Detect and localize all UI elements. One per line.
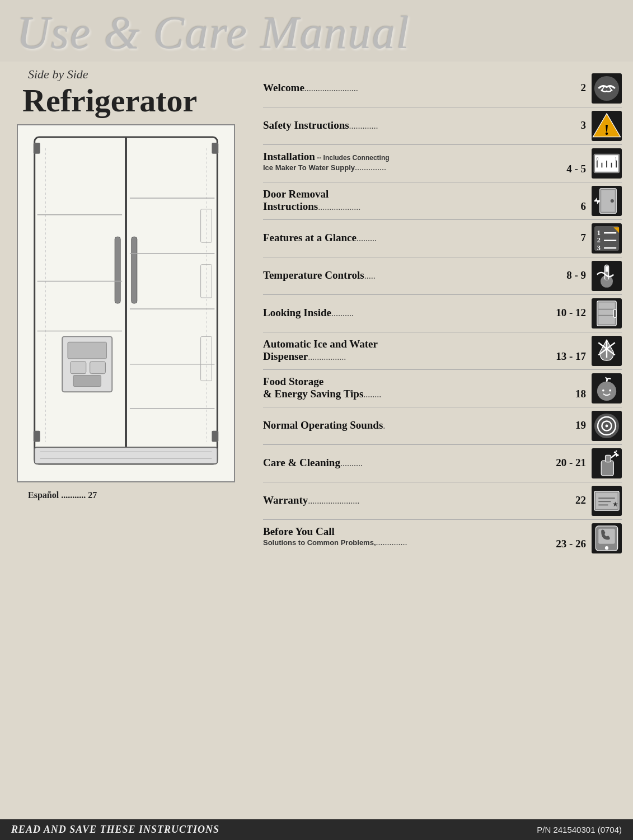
- svg-text:0: 0: [597, 157, 599, 162]
- toc-item-care: Care & Cleaning .......... 20 - 21: [263, 445, 622, 482]
- svg-rect-3: [115, 237, 120, 303]
- warranty-icon: ★: [592, 486, 622, 516]
- toc-page-sounds: 19: [573, 419, 589, 433]
- toc-title-door2: Instructions: [263, 200, 318, 213]
- toc-page-ice: 13 - 17: [554, 350, 589, 364]
- toc-page-installation: 4 - 5: [564, 163, 589, 176]
- welcome-icon: [592, 73, 622, 104]
- toc-page-welcome: 2: [579, 82, 590, 95]
- svg-text:1: 1: [615, 157, 617, 162]
- toc-page-warranty: 22: [573, 494, 589, 508]
- toc-title-food2: & Energy Saving Tips: [263, 388, 363, 400]
- footer-instructions: READ AND SAVE THESE INSTRUCTIONS: [11, 824, 219, 836]
- toc-page-features: 7: [579, 232, 590, 245]
- footer-pn: P/N 241540301 (0704): [537, 825, 622, 834]
- svg-text:2: 2: [597, 236, 601, 244]
- left-column: Side by Side Refrigerator: [11, 67, 252, 814]
- svg-rect-89: [598, 529, 615, 544]
- svg-point-80: [617, 454, 619, 456]
- toc-title-installation: Installation: [263, 151, 315, 163]
- toc-item-warranty: Warranty ....................... 22: [263, 482, 622, 520]
- svg-text:!: !: [604, 121, 609, 138]
- toc-item-installation: Installation -- Includes Connecting Ice …: [263, 145, 622, 182]
- svg-line-78: [611, 454, 616, 458]
- toc-title-safety: Safety Instructions: [263, 119, 349, 132]
- subtitle-main: Refrigerator: [22, 83, 197, 119]
- espanol-label: Español ........... 27: [28, 490, 97, 500]
- toc-title-inside: Looking Inside: [263, 307, 331, 319]
- svg-point-70: [602, 390, 604, 392]
- toc-page-temp: 8 - 9: [564, 269, 589, 283]
- toc-title-ice2: Dispenser: [263, 350, 308, 363]
- toc-sub2-installation: Ice Maker To Water Supply: [263, 163, 355, 172]
- footer-bar: READ AND SAVE THESE INSTRUCTIONS P/N 241…: [0, 819, 633, 840]
- toc-column: Welcome ........................ 2: [263, 67, 622, 814]
- svg-rect-65: [613, 309, 616, 318]
- toc-title-call: Before You Call: [263, 525, 335, 538]
- svg-point-46: [611, 199, 614, 203]
- sounds-icon: [592, 411, 622, 441]
- toc-page-care: 20 - 21: [554, 457, 589, 470]
- svg-rect-7: [212, 143, 218, 154]
- toc-page-call: 23 - 26: [554, 538, 589, 551]
- svg-text:1: 1: [597, 229, 601, 237]
- toc-sub-call: Solutions to Common Problems,: [263, 538, 376, 547]
- toc-page-safety: 3: [579, 119, 590, 133]
- svg-rect-12: [90, 362, 106, 374]
- toc-title-warranty: Warranty: [263, 494, 308, 506]
- toc-item-temp: Temperature Controls ..... 8 - 9: [263, 257, 622, 295]
- safety-icon: !: [592, 111, 622, 141]
- title-area: Use & Care Manual: [0, 0, 633, 62]
- svg-rect-14: [35, 447, 218, 464]
- svg-rect-13: [73, 375, 101, 386]
- toc-item-door: Door Removal Instructions ..............…: [263, 182, 622, 220]
- ice-icon: [592, 336, 622, 366]
- content-area: Side by Side Refrigerator: [0, 62, 633, 814]
- toc-title-ice: Automatic Ice and Water: [263, 338, 378, 350]
- main-title: Use & Care Manual: [17, 10, 616, 56]
- toc-title-door: Door Removal: [263, 188, 329, 200]
- page: Use & Care Manual Side by Side Refrigera…: [0, 0, 633, 840]
- temp-icon: [592, 261, 622, 291]
- inside-icon: [592, 298, 622, 329]
- subtitle-side: Side by Side: [28, 67, 88, 82]
- food-icon: [592, 373, 622, 403]
- svg-point-69: [597, 382, 616, 401]
- toc-item-features: Features at a Glance ......... 7 1 2 3: [263, 220, 622, 257]
- svg-rect-4: [132, 237, 137, 303]
- toc-title-sounds: Normal Operating Sounds: [263, 419, 383, 431]
- toc-title-food: Food Storage: [263, 376, 323, 388]
- door-icon: [592, 186, 622, 216]
- svg-rect-10: [68, 342, 106, 359]
- svg-rect-6: [34, 430, 40, 442]
- toc-page-food: 18: [573, 388, 589, 401]
- care-icon: [592, 448, 622, 478]
- toc-item-welcome: Welcome ........................ 2: [263, 70, 622, 107]
- features-icon: 1 2 3: [592, 223, 622, 254]
- svg-rect-5: [34, 143, 40, 154]
- toc-sub-installation: -- Includes Connecting: [315, 154, 390, 162]
- svg-rect-62: [598, 302, 615, 324]
- toc-page-door: 6: [579, 200, 590, 214]
- toc-title-temp: Temperature Controls: [263, 269, 364, 281]
- toc-item-sounds: Normal Operating Sounds . 19: [263, 407, 622, 445]
- svg-point-90: [605, 546, 608, 550]
- toc-title-welcome: Welcome: [263, 82, 304, 94]
- svg-point-81: [616, 450, 617, 452]
- toc-item-call: Before You Call Solutions to Common Prob…: [263, 520, 622, 557]
- installation-icon: 0 1: [592, 148, 622, 179]
- svg-rect-77: [606, 455, 611, 462]
- toc-item-safety: Safety Instructions ............. 3 !: [263, 107, 622, 145]
- svg-point-30: [594, 76, 619, 101]
- svg-rect-76: [601, 461, 613, 476]
- toc-title-care: Care & Cleaning: [263, 457, 340, 469]
- toc-item-inside: Looking Inside .......... 10 - 12: [263, 295, 622, 332]
- call-icon: [592, 523, 622, 553]
- svg-text:★: ★: [612, 500, 618, 508]
- svg-rect-11: [71, 362, 86, 374]
- svg-text:3: 3: [597, 244, 601, 252]
- toc-page-inside: 10 - 12: [554, 307, 589, 320]
- svg-point-79: [614, 452, 616, 454]
- svg-rect-8: [212, 430, 218, 442]
- fridge-image: [17, 124, 235, 482]
